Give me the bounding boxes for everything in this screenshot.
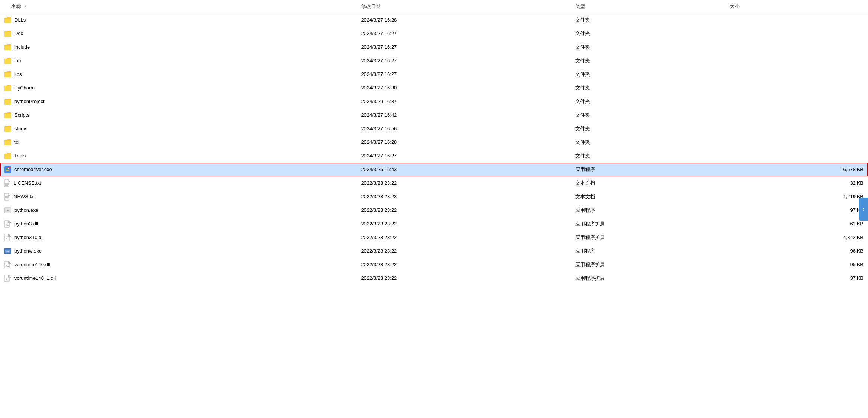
file-name-cell: Tools	[0, 149, 357, 163]
folder-icon	[4, 71, 11, 78]
table-row[interactable]: libs2024/3/27 16:27文件夹	[0, 68, 868, 81]
file-name-cell: LICENSE.txt	[0, 176, 357, 190]
file-name-label: pythonProject	[14, 99, 45, 104]
file-size: 97 KB	[725, 204, 868, 217]
file-size: 1,219 KB	[725, 190, 868, 204]
table-row[interactable]: Scripts2024/3/27 16:42文件夹	[0, 108, 868, 122]
table-row[interactable]: Doc2024/3/27 16:27文件夹	[0, 27, 868, 40]
file-name-label: python.exe	[14, 207, 39, 213]
scroll-right-arrow[interactable]: ‹	[859, 198, 868, 221]
file-type: 应用程序扩展	[571, 271, 725, 285]
file-name-cell: DLL python310.dll	[0, 231, 357, 244]
file-date: 2024/3/27 16:30	[357, 81, 571, 95]
file-type: 应用程序扩展	[571, 217, 725, 231]
file-name-cell: NEWS.txt	[0, 190, 357, 204]
file-name-cell: pythonProject	[0, 95, 357, 108]
col-header-type[interactable]: 类型	[571, 0, 725, 13]
file-name-label: PyCharm	[14, 85, 35, 91]
folder-icon	[4, 112, 11, 119]
table-header-row: 名称 ∧ 修改日期 类型 大小	[0, 0, 868, 13]
file-type: 文件夹	[571, 108, 725, 122]
table-row[interactable]: Lib2024/3/27 16:27文件夹	[0, 54, 868, 68]
table-row[interactable]: DLL vcruntime140.dll2022/3/23 23:22应用程序扩…	[0, 258, 868, 271]
exe-blue-icon: EXE	[4, 247, 11, 255]
folder-icon	[4, 98, 11, 105]
file-name-label: Lib	[14, 58, 21, 63]
file-type: 文件夹	[571, 27, 725, 40]
table-row[interactable]: LICENSE.txt2022/3/23 23:22文本文档32 KB	[0, 176, 868, 190]
file-type: 应用程序	[571, 163, 725, 176]
file-name-label: python310.dll	[14, 234, 43, 240]
file-name-label: pythonw.exe	[14, 248, 42, 254]
table-row[interactable]: tcl2024/3/27 16:28文件夹	[0, 136, 868, 149]
table-row[interactable]: EXE pythonw.exe2022/3/23 23:22应用程序96 KB	[0, 244, 868, 258]
file-size	[725, 108, 868, 122]
col-header-name[interactable]: 名称 ∧	[0, 0, 357, 13]
file-name-label: python3.dll	[14, 221, 38, 227]
file-date: 2022/3/23 23:22	[357, 204, 571, 217]
col-header-date[interactable]: 修改日期	[357, 0, 571, 13]
file-date: 2022/3/23 23:22	[357, 231, 571, 244]
file-date: 2024/3/29 16:37	[357, 95, 571, 108]
file-size: 32 KB	[725, 176, 868, 190]
svg-text:EXE: EXE	[6, 210, 10, 212]
table-row[interactable]: include2024/3/27 16:27文件夹	[0, 40, 868, 54]
folder-icon	[4, 85, 11, 91]
svg-text:DLL: DLL	[6, 224, 9, 226]
file-date: 2022/3/23 23:22	[357, 271, 571, 285]
file-type: 文件夹	[571, 68, 725, 81]
file-date: 2024/3/27 16:28	[357, 13, 571, 27]
table-row[interactable]: DLL vcruntime140_1.dll2022/3/23 23:22应用程…	[0, 271, 868, 285]
sort-indicator: ∧	[24, 5, 27, 9]
file-name-label: tcl	[14, 139, 19, 145]
svg-text:EXE: EXE	[6, 250, 10, 253]
file-type: 文件夹	[571, 95, 725, 108]
col-header-size[interactable]: 大小	[725, 0, 868, 13]
file-name-cell: DLL vcruntime140.dll	[0, 258, 357, 271]
file-type: 应用程序扩展	[571, 258, 725, 271]
file-type: 应用程序	[571, 204, 725, 217]
file-name-label: include	[14, 44, 30, 50]
folder-icon	[4, 139, 11, 146]
file-size	[725, 27, 868, 40]
file-size	[725, 81, 868, 95]
file-name-label: study	[14, 126, 26, 131]
table-row[interactable]: DLL python310.dll2022/3/23 23:22应用程序扩展4,…	[0, 231, 868, 244]
file-name-cell: study	[0, 122, 357, 136]
table-row[interactable]: DLL python3.dll2022/3/23 23:22应用程序扩展61 K…	[0, 217, 868, 231]
table-row[interactable]: Tools2024/3/27 16:27文件夹	[0, 149, 868, 163]
table-row[interactable]: study2024/3/27 16:56文件夹	[0, 122, 868, 136]
file-name-label: chromedriver.exe	[14, 167, 52, 172]
table-row[interactable]: chromedriver.exe2024/3/25 15:43应用程序16,57…	[0, 163, 868, 176]
file-type: 文件夹	[571, 81, 725, 95]
file-type: 文件夹	[571, 122, 725, 136]
file-name-cell: chromedriver.exe	[0, 163, 357, 176]
table-row[interactable]: DLLs2024/3/27 16:28文件夹	[0, 13, 868, 27]
table-row[interactable]: NEWS.txt2022/3/23 23:23文本文档1,219 KB	[0, 190, 868, 204]
file-type: 文件夹	[571, 149, 725, 163]
file-name-cell: include	[0, 40, 357, 54]
file-date: 2024/3/27 16:28	[357, 136, 571, 149]
table-row[interactable]: pythonProject2024/3/29 16:37文件夹	[0, 95, 868, 108]
file-date: 2022/3/23 23:22	[357, 217, 571, 231]
file-size	[725, 95, 868, 108]
file-name-cell: libs	[0, 68, 357, 81]
file-size: 96 KB	[725, 244, 868, 258]
file-type: 文件夹	[571, 54, 725, 68]
file-name-cell: DLLs	[0, 13, 357, 27]
file-date: 2024/3/27 16:27	[357, 27, 571, 40]
file-size: 16,578 KB	[725, 163, 868, 176]
table-row[interactable]: PyCharm2024/3/27 16:30文件夹	[0, 81, 868, 95]
folder-icon	[4, 17, 11, 23]
folder-icon	[4, 153, 11, 159]
file-name-label: Tools	[14, 153, 26, 159]
table-row[interactable]: EXE python.exe2022/3/23 23:22应用程序97 KB	[0, 204, 868, 217]
file-date: 2024/3/27 16:27	[357, 40, 571, 54]
file-date: 2022/3/23 23:23	[357, 190, 571, 204]
folder-icon	[4, 30, 11, 37]
file-type: 文本文档	[571, 190, 725, 204]
file-type: 文件夹	[571, 13, 725, 27]
file-name-cell: tcl	[0, 136, 357, 149]
txt-icon	[4, 179, 11, 187]
file-name-label: vcruntime140_1.dll	[14, 275, 56, 281]
